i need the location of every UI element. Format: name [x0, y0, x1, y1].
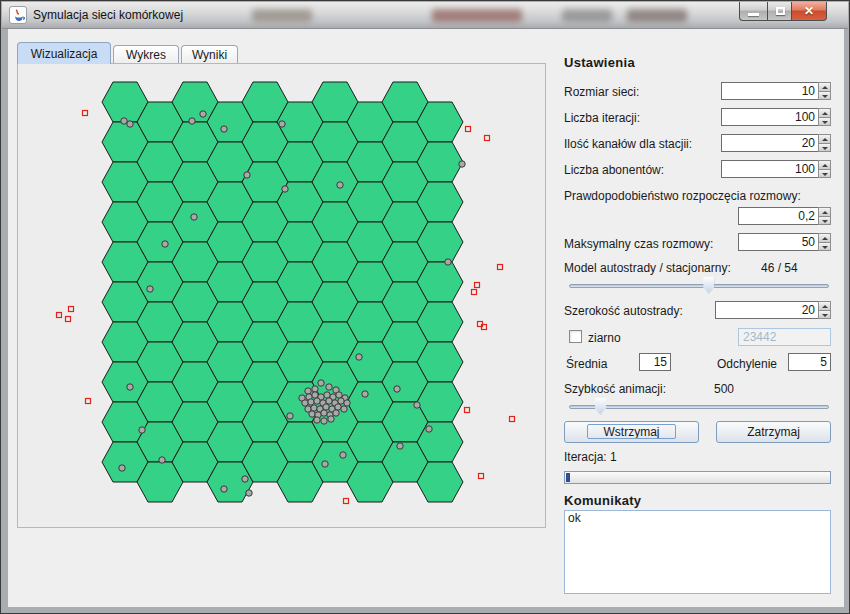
outside-marker: [57, 313, 62, 318]
window-title: Symulacja sieci komórkowej: [33, 8, 183, 22]
spinner-maksymalny-czas-value[interactable]: 50: [738, 233, 818, 251]
outside-marker: [498, 265, 503, 270]
srednia-field[interactable]: 15: [639, 353, 671, 371]
spinner-rozmiar-sieci[interactable]: 10: [721, 82, 831, 100]
maximize-icon: [776, 7, 785, 15]
label-liczba-abonentow: Liczba abonentów:: [564, 163, 664, 177]
outside-marker: [485, 136, 490, 141]
spinner-liczba-iteracji[interactable]: 100: [721, 108, 831, 126]
label-maksymalny-czas: Maksymalny czas rozmowy:: [564, 237, 713, 251]
titlebar-artifact: [562, 9, 612, 22]
tab-wykres[interactable]: Wykres: [113, 45, 179, 64]
label-ilosc-kanalow: Ilość kanałów dla stacjii:: [564, 137, 692, 151]
subscriber-dot: [426, 426, 432, 432]
subscriber-dot: [200, 111, 206, 117]
outside-marker: [475, 283, 480, 288]
spinner-down-icon[interactable]: [818, 92, 831, 101]
client-area: Wizualizacja Wykres Wyniki Ustawienia Ro…: [8, 29, 844, 607]
java-app-icon: [9, 6, 27, 24]
ziarno-seed-field[interactable]: 23442: [738, 328, 831, 346]
ziarno-checkbox[interactable]: [569, 330, 582, 343]
spinner-liczba-abonentow[interactable]: 100: [721, 160, 831, 178]
odchylenie-field[interactable]: 5: [788, 353, 831, 371]
spinner-down-icon[interactable]: [818, 311, 831, 320]
subscriber-dot: [282, 186, 288, 192]
spinner-down-icon[interactable]: [818, 170, 831, 179]
spinner-rozmiar-sieci-value[interactable]: 10: [721, 82, 818, 100]
tab-wyniki[interactable]: Wyniki: [181, 45, 238, 64]
settings-heading: Ustawienia: [564, 55, 635, 70]
maximize-button[interactable]: [767, 2, 792, 21]
messages-textarea[interactable]: ok: [564, 510, 831, 594]
spinner-up-icon[interactable]: [818, 160, 831, 170]
subscriber-dot: [311, 405, 317, 411]
tab-wizualizacja[interactable]: Wizualizacja: [17, 42, 111, 64]
spinner-ilosc-kanalow[interactable]: 20: [721, 134, 831, 152]
outside-marker: [479, 474, 484, 479]
close-button[interactable]: ✕: [792, 2, 827, 21]
outside-marker: [83, 111, 88, 116]
titlebar-artifact: [252, 9, 312, 22]
spinner-up-icon[interactable]: [818, 134, 831, 144]
subscriber-dot: [344, 400, 350, 406]
subscriber-dot: [321, 410, 327, 416]
spinner-up-icon[interactable]: [818, 233, 831, 243]
minimize-button[interactable]: [739, 2, 767, 21]
network-visualization-panel[interactable]: [17, 63, 546, 528]
outside-marker: [472, 290, 477, 295]
spinner-maksymalny-czas[interactable]: 50: [738, 233, 831, 251]
titlebar-artifact: [627, 9, 687, 22]
spinner-down-icon[interactable]: [818, 243, 831, 252]
subscriber-dot: [322, 461, 328, 467]
spinner-up-icon[interactable]: [818, 207, 831, 217]
slider-track[interactable]: [569, 284, 829, 288]
subscriber-dot: [341, 406, 347, 412]
wstrzymaj-button[interactable]: Wstrzymaj: [564, 421, 699, 443]
subscriber-dot: [333, 410, 339, 416]
subscriber-dot: [139, 427, 145, 433]
subscriber-dot: [445, 259, 451, 265]
spinner-prawdopodobienstwo[interactable]: 0,2: [738, 207, 831, 225]
spinner-ilosc-kanalow-value[interactable]: 20: [721, 134, 818, 152]
subscriber-dot: [459, 161, 465, 167]
slider-thumb[interactable]: [703, 277, 714, 294]
zatrzymaj-button[interactable]: Zatrzymaj: [716, 421, 831, 443]
subscriber-dot: [121, 118, 127, 124]
spinner-up-icon[interactable]: [818, 301, 831, 311]
outside-marker: [69, 307, 74, 312]
slider-szybkosc-animacji[interactable]: [569, 398, 829, 416]
label-ziarno: ziarno: [588, 331, 621, 345]
spinner-prawdopodobienstwo-value[interactable]: 0,2: [738, 207, 818, 225]
subscriber-dot: [397, 443, 403, 449]
slider-track[interactable]: [569, 405, 829, 409]
subscriber-dot: [119, 465, 125, 471]
subscriber-dot: [309, 411, 315, 417]
subscriber-dot: [356, 354, 362, 360]
subscriber-dot: [321, 418, 327, 424]
subscriber-dot: [336, 392, 342, 398]
subscriber-dot: [312, 392, 318, 398]
spinner-up-icon[interactable]: [818, 82, 831, 92]
spinner-szerokosc-value[interactable]: 20: [715, 301, 818, 319]
subscriber-dot: [246, 490, 252, 496]
subscriber-dot: [338, 398, 344, 404]
spinner-down-icon[interactable]: [818, 217, 831, 226]
subscriber-dot: [147, 286, 153, 292]
spinner-down-icon[interactable]: [818, 118, 831, 127]
spinner-up-icon[interactable]: [818, 108, 831, 118]
slider-thumb[interactable]: [595, 398, 606, 415]
subscriber-dot: [162, 241, 168, 247]
label-odchylenie: Odchylenie: [717, 357, 777, 371]
subscriber-dot: [305, 388, 311, 394]
subscriber-dot: [337, 182, 343, 188]
spinner-szerokosc-autostrady[interactable]: 20: [715, 301, 831, 319]
slider-model-autostrady[interactable]: [569, 277, 829, 295]
subscriber-dot: [312, 386, 318, 392]
spinner-down-icon[interactable]: [818, 144, 831, 153]
titlebar[interactable]: Symulacja sieci komórkowej ✕: [2, 2, 848, 29]
subscriber-dot: [318, 380, 324, 386]
subscriber-dot: [394, 386, 400, 392]
subscriber-dot: [127, 121, 133, 127]
spinner-liczba-abonentow-value[interactable]: 100: [721, 160, 818, 178]
spinner-liczba-iteracji-value[interactable]: 100: [721, 108, 818, 126]
